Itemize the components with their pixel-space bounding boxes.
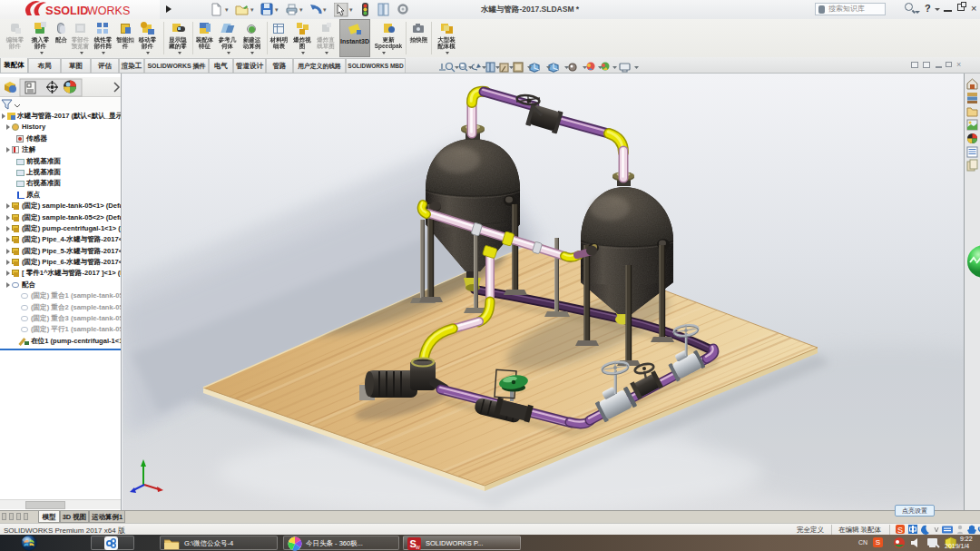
svg-text:S: S — [897, 526, 903, 535]
svg-text:W: W — [416, 545, 420, 550]
svg-text:SOLID: SOLID — [54, 5, 88, 17]
svg-text:WORKS: WORKS — [87, 5, 130, 17]
svg-text:S: S — [45, 4, 54, 17]
